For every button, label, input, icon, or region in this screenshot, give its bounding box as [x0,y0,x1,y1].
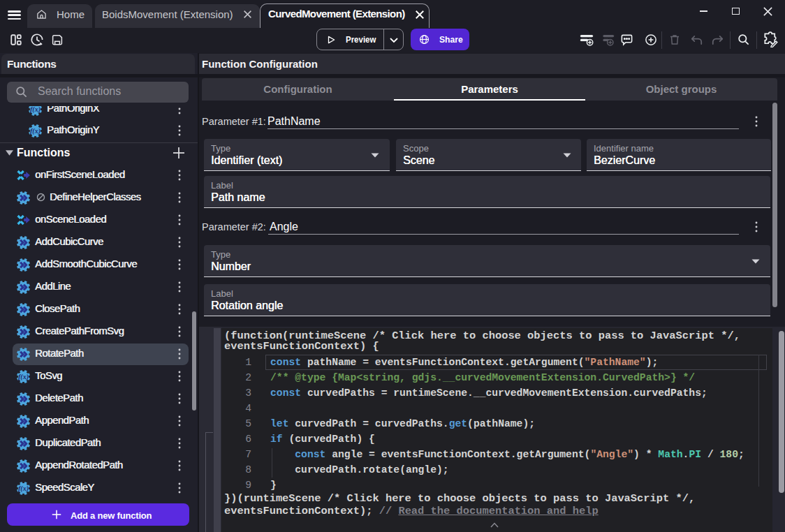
svg-text:f(x): f(x) [18,484,29,492]
svg-text:f(x): f(x) [30,126,41,135]
svg-text:f(x): f(x) [30,105,41,113]
svg-text:f(x): f(x) [18,372,29,380]
